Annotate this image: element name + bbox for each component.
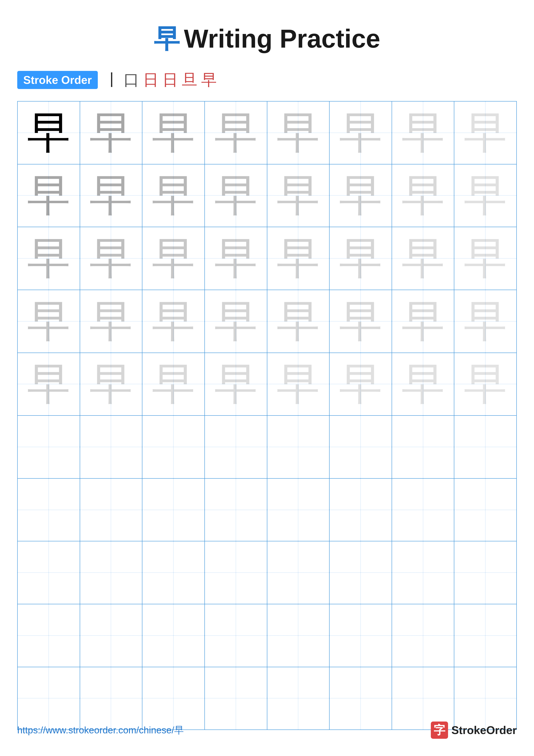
grid-cell[interactable]: 早 bbox=[330, 227, 392, 290]
grid-cell[interactable] bbox=[267, 541, 330, 604]
grid-cell[interactable]: 早 bbox=[142, 164, 205, 227]
grid-cell[interactable]: 早 bbox=[18, 353, 80, 416]
grid-cell[interactable] bbox=[392, 479, 454, 541]
grid-cell[interactable] bbox=[330, 541, 392, 604]
grid-cell[interactable] bbox=[205, 667, 267, 730]
grid-cell[interactable]: 早 bbox=[18, 227, 80, 290]
stroke-order-sequence: 丨 口 日 日 旦 早 bbox=[104, 69, 217, 90]
practice-character: 早 bbox=[214, 237, 257, 280]
grid-cell[interactable]: 早 bbox=[330, 290, 392, 353]
grid-cell[interactable]: 早 bbox=[330, 164, 392, 227]
practice-character: 早 bbox=[214, 174, 257, 217]
grid-cell[interactable]: 早 bbox=[267, 227, 330, 290]
grid-cell[interactable] bbox=[205, 541, 267, 604]
grid-cell[interactable] bbox=[18, 604, 80, 667]
grid-cell[interactable] bbox=[392, 667, 454, 730]
grid-cell[interactable] bbox=[330, 479, 392, 541]
grid-cell[interactable] bbox=[142, 416, 205, 478]
grid-cell[interactable] bbox=[18, 479, 80, 541]
grid-cell[interactable]: 早 bbox=[392, 290, 454, 353]
grid-cell[interactable] bbox=[454, 541, 516, 604]
grid-row: 早早早早早早早早 bbox=[18, 164, 516, 228]
grid-cell[interactable]: 早 bbox=[454, 164, 516, 227]
grid-cell[interactable]: 早 bbox=[205, 227, 267, 290]
practice-character: 早 bbox=[27, 174, 70, 217]
grid-cell[interactable]: 早 bbox=[18, 164, 80, 227]
grid-cell[interactable] bbox=[142, 667, 205, 730]
grid-cell[interactable]: 早 bbox=[205, 101, 267, 164]
grid-cell[interactable] bbox=[330, 667, 392, 730]
grid-cell[interactable]: 早 bbox=[454, 290, 516, 353]
grid-cell[interactable] bbox=[267, 479, 330, 541]
grid-cell[interactable] bbox=[142, 541, 205, 604]
grid-cell[interactable] bbox=[18, 541, 80, 604]
grid-cell[interactable] bbox=[454, 604, 516, 667]
practice-character: 早 bbox=[401, 300, 445, 343]
grid-cell[interactable] bbox=[142, 479, 205, 541]
grid-cell[interactable]: 早 bbox=[205, 290, 267, 353]
grid-cell[interactable]: 早 bbox=[18, 101, 80, 164]
grid-cell[interactable] bbox=[80, 604, 142, 667]
grid-cell[interactable]: 早 bbox=[205, 353, 267, 416]
grid-cell[interactable] bbox=[205, 479, 267, 541]
grid-cell[interactable]: 早 bbox=[142, 101, 205, 164]
grid-cell[interactable] bbox=[80, 416, 142, 478]
grid-cell[interactable] bbox=[330, 604, 392, 667]
grid-cell[interactable]: 早 bbox=[454, 101, 516, 164]
grid-cell[interactable] bbox=[330, 416, 392, 478]
grid-cell[interactable] bbox=[267, 667, 330, 730]
grid-row bbox=[18, 604, 516, 667]
practice-character: 早 bbox=[89, 237, 133, 280]
grid-cell[interactable] bbox=[142, 604, 205, 667]
grid-cell[interactable]: 早 bbox=[142, 290, 205, 353]
grid-cell[interactable]: 早 bbox=[454, 353, 516, 416]
grid-cell[interactable] bbox=[454, 416, 516, 478]
grid-cell[interactable] bbox=[80, 541, 142, 604]
footer-url[interactable]: https://www.strokeorder.com/chinese/早 bbox=[17, 724, 184, 737]
grid-cell[interactable]: 早 bbox=[18, 290, 80, 353]
grid-cell[interactable] bbox=[267, 416, 330, 478]
grid-row: 早早早早早早早早 bbox=[18, 353, 516, 416]
grid-cell[interactable]: 早 bbox=[267, 290, 330, 353]
grid-cell[interactable]: 早 bbox=[80, 353, 142, 416]
grid-cell[interactable]: 早 bbox=[205, 164, 267, 227]
grid-cell[interactable]: 早 bbox=[330, 353, 392, 416]
grid-cell[interactable] bbox=[454, 479, 516, 541]
practice-character: 早 bbox=[89, 300, 133, 343]
practice-character: 早 bbox=[27, 237, 70, 280]
grid-cell[interactable] bbox=[80, 667, 142, 730]
grid-cell[interactable] bbox=[18, 667, 80, 730]
stroke-step-6: 早 bbox=[201, 69, 217, 90]
grid-cell[interactable]: 早 bbox=[80, 164, 142, 227]
grid-cell[interactable]: 早 bbox=[392, 164, 454, 227]
grid-cell[interactable] bbox=[80, 479, 142, 541]
practice-character: 早 bbox=[464, 174, 507, 217]
grid-row: 早早早早早早早早 bbox=[18, 227, 516, 290]
grid-cell[interactable]: 早 bbox=[454, 227, 516, 290]
grid-cell[interactable]: 早 bbox=[392, 101, 454, 164]
practice-character: 早 bbox=[152, 363, 195, 406]
grid-cell[interactable]: 早 bbox=[267, 164, 330, 227]
grid-cell[interactable] bbox=[267, 604, 330, 667]
practice-character: 早 bbox=[152, 237, 195, 280]
grid-cell[interactable] bbox=[205, 604, 267, 667]
grid-cell[interactable]: 早 bbox=[142, 227, 205, 290]
grid-cell[interactable]: 早 bbox=[142, 353, 205, 416]
grid-cell[interactable]: 早 bbox=[392, 227, 454, 290]
grid-cell[interactable]: 早 bbox=[392, 353, 454, 416]
practice-character: 早 bbox=[277, 363, 320, 406]
grid-cell[interactable]: 早 bbox=[267, 101, 330, 164]
grid-cell[interactable]: 早 bbox=[80, 101, 142, 164]
grid-cell[interactable] bbox=[205, 416, 267, 478]
grid-cell[interactable]: 早 bbox=[80, 227, 142, 290]
grid-cell[interactable] bbox=[18, 416, 80, 478]
grid-cell[interactable] bbox=[392, 416, 454, 478]
grid-cell[interactable]: 早 bbox=[80, 290, 142, 353]
grid-cell[interactable] bbox=[454, 667, 516, 730]
grid-cell[interactable]: 早 bbox=[267, 353, 330, 416]
grid-cell[interactable] bbox=[392, 604, 454, 667]
grid-row bbox=[18, 479, 516, 542]
grid-cell[interactable] bbox=[392, 541, 454, 604]
practice-character: 早 bbox=[339, 111, 382, 154]
grid-cell[interactable]: 早 bbox=[330, 101, 392, 164]
